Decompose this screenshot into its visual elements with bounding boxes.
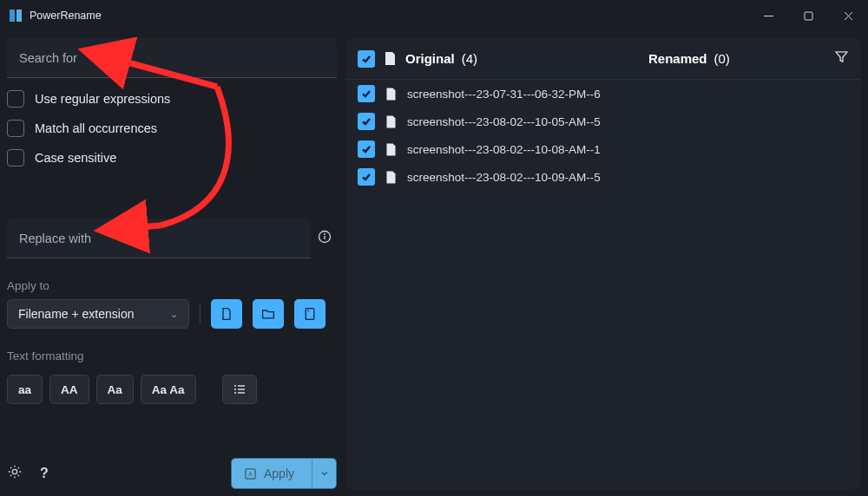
minimize-button[interactable] (748, 2, 788, 29)
file-rows-container: screenshot---23-07-31---06-32-PM--6 scre… (345, 80, 861, 191)
apply-dropdown-button[interactable] (312, 459, 336, 488)
info-icon[interactable] (318, 230, 332, 247)
file-row[interactable]: screenshot---23-08-02---10-08-AM--1 (345, 135, 861, 163)
svg-rect-0 (10, 10, 15, 22)
file-type-button[interactable] (211, 299, 242, 329)
select-all-checkbox[interactable] (358, 50, 375, 68)
file-checkbox[interactable] (358, 113, 375, 130)
settings-button[interactable] (7, 464, 23, 483)
file-icon (385, 115, 397, 128)
file-name: screenshot---23-08-02---10-05-AM--5 (407, 115, 607, 128)
file-checkbox[interactable] (358, 85, 375, 102)
file-icon (385, 171, 397, 184)
svg-rect-1 (16, 10, 22, 22)
svg-point-17 (12, 469, 16, 473)
file-checkbox[interactable] (358, 140, 375, 158)
subfolder-type-button[interactable] (294, 299, 326, 329)
svg-rect-9 (306, 309, 314, 320)
apply-to-selected: Filename + extension (18, 307, 134, 321)
file-name: screenshot---23-07-31---06-32-PM--6 (407, 88, 607, 101)
apply-to-dropdown[interactable]: Filename + extension ⌄ (7, 299, 189, 329)
file-row[interactable]: screenshot---23-08-02---10-09-AM--5 (345, 163, 861, 191)
apply-button-label: Apply (264, 467, 294, 480)
formatting-label: Text formatting (7, 349, 337, 362)
original-count: (4) (462, 51, 477, 66)
app-icon (9, 9, 23, 23)
search-input[interactable] (7, 38, 337, 78)
separator (200, 303, 201, 324)
original-column-header: Original (405, 51, 455, 66)
match-all-checkbox[interactable] (7, 120, 24, 137)
file-name: screenshot---23-08-02---10-08-AM--1 (407, 143, 607, 156)
file-icon (385, 88, 397, 101)
chevron-down-icon: ⌄ (170, 309, 178, 320)
svg-rect-3 (805, 12, 812, 20)
window-title: PowerRename (30, 10, 102, 22)
titlecase-each-button[interactable]: Aa Aa (141, 375, 196, 404)
case-sensitive-label: Case sensitive (35, 151, 116, 165)
regex-label: Use regular expressions (35, 92, 170, 106)
file-checkbox[interactable] (358, 168, 375, 186)
close-button[interactable] (828, 2, 868, 29)
file-icon (385, 143, 397, 156)
file-header-icon (384, 51, 397, 66)
regex-checkbox[interactable] (7, 90, 24, 108)
svg-text:A: A (248, 470, 253, 476)
file-row[interactable]: screenshot---23-08-02---10-05-AM--5 (345, 108, 861, 135)
titlecase-button[interactable]: Aa (96, 375, 134, 404)
replace-input[interactable] (7, 219, 311, 258)
enumerate-button[interactable] (222, 375, 257, 404)
file-name: screenshot---23-08-02---10-09-AM--5 (407, 171, 607, 184)
help-button[interactable]: ? (40, 466, 49, 481)
case-sensitive-checkbox[interactable] (7, 149, 24, 166)
svg-point-7 (324, 233, 326, 235)
apply-to-label: Apply to (7, 279, 337, 292)
titlebar: PowerRename (0, 0, 868, 31)
uppercase-button[interactable]: AA (49, 375, 89, 404)
renamed-column-header: Renamed (648, 51, 707, 66)
filter-icon[interactable] (834, 49, 849, 68)
maximize-button[interactable] (788, 2, 828, 29)
apply-button[interactable]: A Apply (232, 459, 312, 488)
folder-type-button[interactable] (253, 299, 284, 329)
file-row[interactable]: screenshot---23-07-31---06-32-PM--6 (345, 80, 861, 108)
lowercase-button[interactable]: aa (7, 375, 43, 404)
file-list-panel: Original (4) Renamed (0) screenshot---23… (345, 38, 861, 489)
svg-point-10 (307, 310, 309, 312)
match-all-label: Match all occurrences (35, 121, 157, 135)
renamed-count: (0) (714, 51, 730, 66)
left-panel: Use regular expressions Match all occurr… (7, 38, 337, 489)
